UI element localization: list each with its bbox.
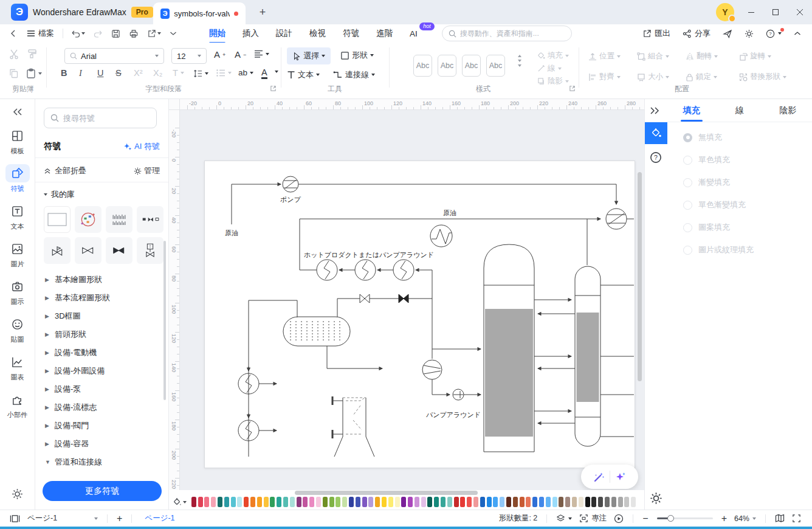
color-swatch[interactable] bbox=[309, 497, 314, 507]
color-swatch[interactable] bbox=[401, 497, 406, 507]
zoom-in-button[interactable]: + bbox=[718, 513, 731, 524]
sidebar-item-images[interactable]: 圖片 bbox=[0, 235, 35, 273]
replace-shape-button[interactable]: 替換形狀 bbox=[739, 72, 786, 82]
presentation-button[interactable] bbox=[610, 514, 627, 524]
save-button[interactable] bbox=[107, 25, 125, 42]
radio-icon[interactable] bbox=[683, 178, 692, 187]
magic-wand-button[interactable] bbox=[593, 471, 605, 483]
color-swatch[interactable] bbox=[624, 497, 629, 507]
tab-design[interactable]: 設計 bbox=[269, 26, 300, 41]
line-style-button[interactable]: 線 bbox=[537, 63, 562, 74]
sidebar-settings-button[interactable] bbox=[12, 488, 23, 500]
quick-fill-button[interactable] bbox=[173, 497, 187, 507]
page-selector[interactable]: ページ-1 bbox=[24, 513, 102, 524]
zoom-out-button[interactable]: − bbox=[639, 513, 652, 524]
color-swatch[interactable] bbox=[297, 497, 301, 507]
ai-sparkle-button[interactable] bbox=[615, 471, 627, 483]
color-swatch[interactable] bbox=[441, 497, 446, 507]
back-button[interactable] bbox=[5, 25, 22, 42]
color-swatch[interactable] bbox=[591, 497, 596, 507]
ai-symbols-button[interactable]: AI 符號 bbox=[123, 141, 160, 152]
color-swatch[interactable] bbox=[585, 497, 590, 507]
shape-tool-button[interactable]: 形狀 bbox=[340, 50, 374, 61]
decrease-font-button[interactable]: A− bbox=[235, 49, 246, 60]
sidebar-item-icons[interactable]: 圖示 bbox=[0, 273, 35, 311]
symbol-category-基本流程圖形狀[interactable]: ▶基本流程圖形狀 bbox=[35, 289, 164, 307]
tab-view[interactable]: 檢視 bbox=[302, 26, 333, 41]
focus-mode-button[interactable]: 專注 bbox=[576, 513, 610, 524]
size-button[interactable]: 大小 bbox=[637, 72, 669, 82]
color-swatch[interactable] bbox=[473, 497, 478, 507]
global-search-box[interactable] bbox=[442, 26, 572, 41]
send-feedback-button[interactable] bbox=[718, 29, 737, 38]
symbol-category-基本繪圖形狀[interactable]: ▶基本繪圖形狀 bbox=[35, 271, 164, 289]
close-button[interactable] bbox=[788, 0, 812, 24]
fill-option-漸變填充[interactable]: 漸變填充 bbox=[683, 177, 812, 188]
global-search-input[interactable] bbox=[460, 29, 557, 38]
font-group-expand-icon[interactable] bbox=[270, 85, 277, 92]
color-swatch[interactable] bbox=[388, 497, 393, 507]
color-swatch[interactable] bbox=[224, 497, 229, 507]
color-swatch[interactable] bbox=[250, 497, 255, 507]
symbol-category-設備-電動機[interactable]: ▶設備-電動機 bbox=[35, 344, 164, 362]
radio-icon[interactable] bbox=[683, 223, 692, 232]
manage-libraries-button[interactable]: 管理 bbox=[134, 165, 160, 176]
symbol-search-input[interactable] bbox=[63, 114, 142, 123]
file-menu-button[interactable]: 檔案 bbox=[22, 28, 59, 39]
style-sample-1[interactable]: Abc bbox=[413, 55, 432, 77]
color-swatch[interactable] bbox=[598, 497, 603, 507]
color-swatch[interactable] bbox=[368, 497, 373, 507]
fill-option-單色填充[interactable]: 單色填充 bbox=[683, 154, 812, 165]
fill-option-無填充[interactable]: 無填充 bbox=[683, 132, 812, 143]
redo-button[interactable] bbox=[89, 25, 107, 42]
style-sample-4[interactable]: Abc bbox=[486, 55, 505, 77]
color-swatch[interactable] bbox=[572, 497, 577, 507]
color-swatch[interactable] bbox=[362, 497, 367, 507]
underline-button[interactable]: U bbox=[97, 68, 112, 78]
copy-button[interactable] bbox=[9, 68, 19, 79]
color-swatch[interactable] bbox=[316, 497, 321, 507]
quick-export-button[interactable] bbox=[143, 25, 165, 42]
text-align-button[interactable] bbox=[254, 50, 269, 58]
color-swatch[interactable] bbox=[487, 497, 492, 507]
subscript-button[interactable]: X₂ bbox=[153, 68, 168, 78]
symbol-category-3D框圖[interactable]: ▶3D框圖 bbox=[35, 307, 164, 325]
font-family-select[interactable]: Arial bbox=[64, 48, 164, 64]
tab-line[interactable]: 線 bbox=[715, 99, 763, 122]
library-symbol-small-glyphs[interactable] bbox=[137, 206, 163, 233]
italic-button[interactable]: I bbox=[79, 68, 94, 78]
symbol-category-管道和连接線[interactable]: ▼管道和连接線 bbox=[35, 453, 164, 471]
library-symbol-rectangle[interactable] bbox=[44, 206, 71, 233]
sidebar-item-symbols[interactable]: 符號 bbox=[0, 160, 35, 198]
panel-scrollbar[interactable] bbox=[163, 241, 166, 400]
color-swatch[interactable] bbox=[427, 497, 432, 507]
symbol-category-設備-外圍設備[interactable]: ▶設備-外圍設備 bbox=[35, 362, 164, 380]
superscript-button[interactable]: X² bbox=[134, 68, 148, 78]
color-swatch[interactable] bbox=[356, 497, 360, 507]
color-swatch[interactable] bbox=[408, 497, 413, 507]
library-symbol-diagram-preview[interactable] bbox=[75, 206, 102, 233]
position-button[interactable]: 位置 bbox=[588, 51, 621, 61]
style-sample-3[interactable]: Abc bbox=[462, 55, 481, 77]
color-swatch[interactable] bbox=[303, 497, 308, 507]
page-overview-button[interactable] bbox=[6, 514, 24, 523]
tab-symbols[interactable]: 符號 bbox=[335, 26, 366, 41]
style-sample-2[interactable]: Abc bbox=[438, 55, 456, 77]
color-swatch[interactable] bbox=[559, 497, 563, 507]
sidebar-item-widgets[interactable]: 小部件 bbox=[0, 386, 35, 424]
color-swatch[interactable] bbox=[611, 497, 616, 507]
color-swatch[interactable] bbox=[237, 497, 242, 507]
color-swatch[interactable] bbox=[579, 497, 583, 507]
symbol-category-設備-容器[interactable]: ▶設備-容器 bbox=[35, 435, 164, 453]
color-swatch[interactable] bbox=[283, 497, 288, 507]
undo-button[interactable] bbox=[67, 25, 89, 42]
color-swatch[interactable] bbox=[244, 497, 249, 507]
color-swatch[interactable] bbox=[434, 497, 439, 507]
color-swatch[interactable] bbox=[565, 497, 570, 507]
color-swatch[interactable] bbox=[342, 497, 347, 507]
sidebar-item-charts[interactable]: 圖表 bbox=[0, 348, 35, 386]
collapse-panel-button[interactable] bbox=[13, 108, 22, 116]
color-swatch[interactable] bbox=[520, 497, 525, 507]
color-swatch[interactable] bbox=[480, 497, 485, 507]
print-button[interactable] bbox=[125, 25, 143, 42]
